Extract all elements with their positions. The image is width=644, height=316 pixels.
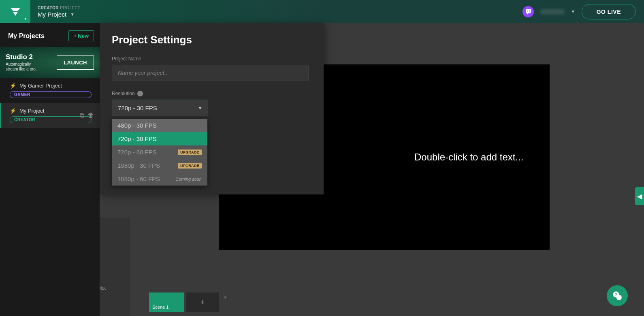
project-type-label: CREATOR PROJECT bbox=[38, 6, 80, 10]
resolution-label: Resolutioni bbox=[112, 91, 311, 96]
resolution-dropdown: 480p - 30 FPS 720p - 30 FPS 720p - 60 FP… bbox=[112, 119, 207, 186]
creator-badge: CREATOR bbox=[10, 116, 92, 123]
username-display bbox=[540, 9, 565, 15]
app-header: ▼ CREATOR PROJECT My Project ▼ ▼ GO LIVE bbox=[0, 0, 644, 23]
project-name-label: My Gamer Project bbox=[19, 83, 62, 89]
chevron-down-icon: ▼ bbox=[70, 12, 75, 17]
user-dropdown-icon[interactable]: ▼ bbox=[571, 9, 575, 14]
resolution-option-1080p30[interactable]: 1080p - 30 FPSUPGRADE bbox=[112, 159, 207, 172]
bolt-icon: ⚡ bbox=[10, 108, 16, 114]
project-item-gamer[interactable]: ⚡My Gamer Project GAMER bbox=[0, 78, 100, 103]
resolution-option-480p30[interactable]: 480p - 30 FPS bbox=[112, 119, 207, 132]
project-settings-panel: Project Settings Project Name Resolution… bbox=[100, 23, 324, 194]
promo-subtitle: Automagicallystream like a pro. bbox=[6, 62, 37, 72]
resolution-select[interactable]: 720p - 30 FPS ▼ bbox=[112, 100, 208, 116]
app-logo[interactable]: ▼ bbox=[0, 0, 30, 23]
scene-tab-1[interactable]: Scene 1 bbox=[149, 293, 184, 312]
chat-help-icon: ? bbox=[612, 290, 623, 301]
resolution-selected-value: 720p - 30 FPS bbox=[118, 105, 157, 111]
preview-placeholder-text: Double-click to add text... bbox=[414, 152, 523, 163]
resolution-option-1080p60[interactable]: 1080p - 60 FPSComing soon bbox=[112, 172, 207, 186]
logo-icon bbox=[9, 5, 22, 18]
project-selector[interactable]: CREATOR PROJECT My Project ▼ bbox=[30, 6, 87, 18]
gamer-badge: GAMER bbox=[10, 91, 92, 98]
project-item-creator[interactable]: ⚡My Project CREATOR ⧉ 🗑 bbox=[0, 103, 100, 128]
projects-sidebar: My Projects +New Studio 2 Automagicallys… bbox=[0, 23, 100, 316]
twitch-glyph-icon bbox=[525, 9, 531, 15]
side-expand-tab[interactable]: ◀ bbox=[635, 187, 644, 205]
delete-icon[interactable]: 🗑 bbox=[87, 112, 94, 119]
project-name-label: Project Name bbox=[112, 56, 311, 62]
duplicate-icon[interactable]: ⧉ bbox=[80, 112, 84, 119]
add-scene-button[interactable]: + bbox=[186, 293, 219, 312]
go-live-button[interactable]: GO LIVE bbox=[582, 4, 636, 19]
plus-icon: + bbox=[74, 33, 77, 39]
resolution-option-720p30[interactable]: 720p - 30 FPS bbox=[112, 132, 207, 145]
twitch-icon[interactable] bbox=[522, 6, 534, 17]
sidebar-title: My Projects bbox=[8, 32, 45, 40]
info-icon[interactable]: i bbox=[137, 91, 143, 96]
promo-title: Studio 2 bbox=[6, 53, 37, 61]
resolution-option-720p60[interactable]: 720p - 60 FPSUPGRADE bbox=[112, 145, 207, 159]
studio2-promo-card: Studio 2 Automagicallystream like a pro.… bbox=[0, 47, 100, 78]
upgrade-badge: UPGRADE bbox=[178, 149, 202, 155]
upgrade-badge: UPGRADE bbox=[178, 163, 202, 169]
coming-soon-label: Coming soon bbox=[175, 177, 202, 181]
launch-studio2-button[interactable]: LAUNCH bbox=[57, 56, 94, 70]
svg-point-2 bbox=[616, 295, 622, 300]
chevron-down-icon: ▼ bbox=[198, 106, 202, 110]
scene-bar: Scene 1 + ✦ bbox=[149, 293, 229, 312]
project-name-input[interactable] bbox=[112, 65, 309, 81]
help-chat-button[interactable]: ? bbox=[607, 285, 628, 306]
logo-dropdown-icon: ▼ bbox=[24, 17, 27, 21]
project-name-label: My Project bbox=[19, 108, 44, 114]
settings-title: Project Settings bbox=[112, 34, 311, 46]
new-project-button[interactable]: +New bbox=[68, 30, 94, 41]
current-project-name: My Project ▼ bbox=[38, 11, 80, 18]
svg-text:?: ? bbox=[615, 292, 617, 297]
bolt-icon: ⚡ bbox=[10, 83, 16, 89]
scene-menu-icon[interactable]: ✦ bbox=[221, 293, 229, 302]
